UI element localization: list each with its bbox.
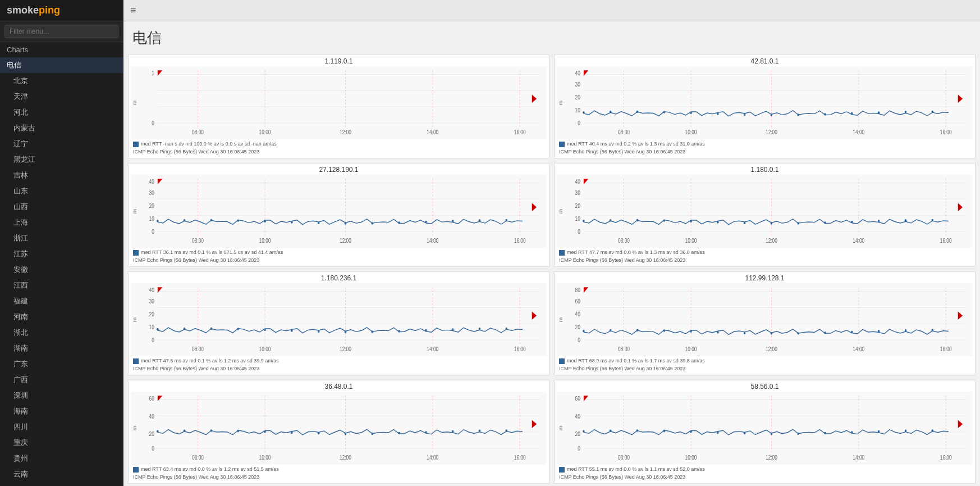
svg-point-44 xyxy=(636,111,639,113)
logo-smoke: smoke xyxy=(7,4,39,16)
sidebar-item-11[interactable]: 江苏 xyxy=(0,246,123,262)
sidebar-item-18[interactable]: 广东 xyxy=(0,356,123,372)
sidebar-item-3[interactable]: 内蒙古 xyxy=(0,120,123,136)
svg-text:12:00: 12:00 xyxy=(766,238,777,244)
svg-point-227 xyxy=(184,429,186,432)
svg-text:14:00: 14:00 xyxy=(853,455,864,461)
chart-inner-chart3: 08:0010:0012:0014:0016:00m403020100 xyxy=(131,175,547,248)
sidebar-item-16[interactable]: 湖北 xyxy=(0,325,123,340)
svg-text:10:00: 10:00 xyxy=(685,347,697,353)
sidebar-item-0[interactable]: 北京 xyxy=(0,73,123,89)
svg-text:10:00: 10:00 xyxy=(259,455,271,461)
svg-rect-20 xyxy=(557,66,973,139)
svg-point-123 xyxy=(771,222,773,224)
sidebar-item-23[interactable]: 重庆 xyxy=(0,435,123,451)
svg-text:08:00: 08:00 xyxy=(192,347,204,353)
svg-text:12:00: 12:00 xyxy=(340,347,351,353)
svg-text:40: 40 xyxy=(575,179,580,185)
topbar: ≡ xyxy=(123,0,980,21)
svg-text:16:00: 16:00 xyxy=(514,238,526,244)
chart-title-chart3: 27.128.190.1 xyxy=(131,166,547,174)
sidebar-item-10[interactable]: 浙江 xyxy=(0,230,123,246)
svg-point-164 xyxy=(452,328,454,330)
chart-footer-text-chart4: ICMP Echo Pings (56 Bytes) Wed Aug 30 16… xyxy=(559,257,970,265)
svg-point-119 xyxy=(663,219,665,221)
sidebar-item-9[interactable]: 上海 xyxy=(0,215,123,230)
svg-point-202 xyxy=(905,329,907,331)
svg-text:14:00: 14:00 xyxy=(853,347,864,353)
svg-rect-57 xyxy=(131,175,547,248)
svg-text:12:00: 12:00 xyxy=(766,347,777,353)
sidebar-item-2[interactable]: 河北 xyxy=(0,105,123,120)
svg-point-42 xyxy=(583,111,585,113)
sidebar-item-6[interactable]: 吉林 xyxy=(0,167,123,183)
sidebar-section-charts: Charts xyxy=(0,42,123,57)
sidebar-item-24[interactable]: 贵州 xyxy=(0,451,123,466)
sidebar-item-4[interactable]: 辽宁 xyxy=(0,136,123,152)
svg-point-85 xyxy=(318,222,320,224)
chart-footer-text-chart6: ICMP Echo Pings (56 Bytes) Wed Aug 30 16… xyxy=(559,365,970,373)
svg-text:20: 20 xyxy=(575,95,580,101)
filter-menu-container xyxy=(0,21,123,42)
chart-svg-chart6: 08:0010:0012:0014:0016:00m806040200 xyxy=(557,283,973,356)
svg-text:30: 30 xyxy=(149,190,154,196)
svg-text:10: 10 xyxy=(575,216,580,222)
sidebar-items-list: 北京天津河北内蒙古辽宁黑龙江吉林山东山西上海浙江江苏安徽江西福建河南湖北湖南广东… xyxy=(0,73,123,482)
chart-stats-chart4: med RTT 47.7 ms av md 0.0 % av ls 1.3 ms… xyxy=(567,249,705,257)
svg-point-239 xyxy=(505,429,507,432)
filter-input[interactable] xyxy=(4,25,118,38)
sidebar-item-12[interactable]: 安徽 xyxy=(0,262,123,278)
rtt-legend-chart2: med RTT 40.4 ms av md 0.2 % av ls 1.3 ms… xyxy=(559,140,970,148)
sidebar-item-25[interactable]: 云南 xyxy=(0,466,123,482)
svg-point-52 xyxy=(851,112,853,115)
svg-rect-205 xyxy=(131,392,547,465)
sidebar-item-17[interactable]: 湖南 xyxy=(0,340,123,356)
svg-text:40: 40 xyxy=(575,414,580,420)
svg-text:60: 60 xyxy=(149,396,154,402)
svg-text:0: 0 xyxy=(578,446,580,452)
svg-text:10:00: 10:00 xyxy=(685,455,697,461)
svg-point-90 xyxy=(452,220,454,222)
sidebar-item-20[interactable]: 深圳 xyxy=(0,388,123,403)
svg-point-263 xyxy=(610,429,612,432)
svg-text:16:00: 16:00 xyxy=(940,455,952,461)
chart-title-chart2: 42.81.0.1 xyxy=(557,57,973,65)
svg-text:m: m xyxy=(132,208,137,214)
sidebar-item-22[interactable]: 四川 xyxy=(0,419,123,435)
sidebar-item-7[interactable]: 山东 xyxy=(0,183,123,199)
svg-text:12:00: 12:00 xyxy=(766,455,777,461)
svg-text:12:00: 12:00 xyxy=(766,130,777,136)
sidebar-item-19[interactable]: 广西 xyxy=(0,372,123,388)
svg-text:14:00: 14:00 xyxy=(427,130,438,136)
chart-title-chart6: 112.99.128.1 xyxy=(557,274,973,282)
svg-rect-241 xyxy=(557,392,973,465)
svg-point-270 xyxy=(797,433,799,435)
sidebar-item-dianxin[interactable]: 电信 xyxy=(0,57,123,73)
svg-text:m: m xyxy=(132,425,137,430)
sidebar-item-15[interactable]: 河南 xyxy=(0,309,123,325)
svg-point-163 xyxy=(425,329,427,331)
hamburger-icon[interactable]: ≡ xyxy=(130,4,136,16)
svg-text:10:00: 10:00 xyxy=(685,238,697,244)
svg-text:10: 10 xyxy=(575,108,580,114)
chart-footer-text-chart5: ICMP Echo Pings (56 Bytes) Wed Aug 30 16… xyxy=(133,365,544,373)
svg-point-122 xyxy=(744,222,746,224)
sidebar-item-14[interactable]: 福建 xyxy=(0,293,123,309)
sidebar-item-13[interactable]: 江西 xyxy=(0,278,123,293)
svg-point-267 xyxy=(717,432,719,434)
svg-point-195 xyxy=(717,331,719,333)
svg-text:40: 40 xyxy=(149,287,154,293)
svg-point-89 xyxy=(425,221,427,223)
svg-point-228 xyxy=(210,429,213,432)
sidebar-item-5[interactable]: 黑龙江 xyxy=(0,152,123,167)
svg-point-155 xyxy=(210,328,213,330)
chart-card-chart1: 1.119.0.108:0010:0012:0014:0016:00m10med… xyxy=(128,54,549,158)
svg-text:08:00: 08:00 xyxy=(618,130,630,136)
sidebar-item-1[interactable]: 天津 xyxy=(0,89,123,105)
sidebar-item-21[interactable]: 海南 xyxy=(0,403,123,419)
svg-point-118 xyxy=(636,219,639,221)
svg-point-265 xyxy=(663,430,665,432)
sidebar-item-8[interactable]: 山西 xyxy=(0,199,123,215)
svg-text:20: 20 xyxy=(149,312,154,318)
chart-card-chart5: 1.180.236.108:0010:0012:0014:0016:00m403… xyxy=(128,271,549,375)
